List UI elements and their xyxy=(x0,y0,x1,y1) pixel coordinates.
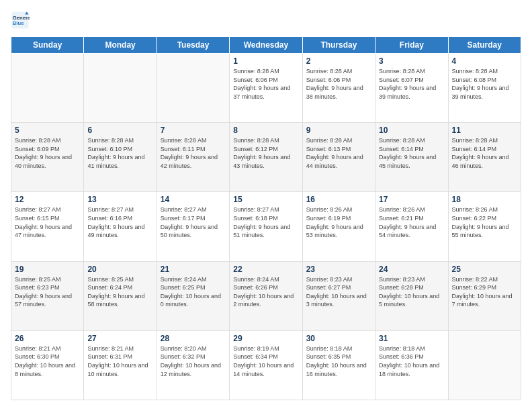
logo: General Blue xyxy=(11,11,32,30)
day-number: 3 xyxy=(379,56,444,66)
day-number: 4 xyxy=(452,56,517,66)
day-number: 30 xyxy=(306,334,371,343)
day-cell: 8Sunrise: 8:28 AM Sunset: 6:12 PM Daylig… xyxy=(230,123,302,192)
day-info: Sunrise: 8:28 AM Sunset: 6:06 PM Dayligh… xyxy=(306,67,371,101)
logo-icon: General Blue xyxy=(11,11,30,30)
day-number: 8 xyxy=(233,126,298,135)
day-number: 24 xyxy=(379,265,444,274)
day-info: Sunrise: 8:28 AM Sunset: 6:09 PM Dayligh… xyxy=(15,136,80,170)
day-number: 23 xyxy=(306,265,371,274)
day-cell: 23Sunrise: 8:23 AM Sunset: 6:27 PM Dayli… xyxy=(302,261,375,330)
day-cell: 17Sunrise: 8:26 AM Sunset: 6:21 PM Dayli… xyxy=(375,192,448,261)
col-header-sunday: Sunday xyxy=(11,37,84,54)
day-info: Sunrise: 8:23 AM Sunset: 6:28 PM Dayligh… xyxy=(379,275,444,309)
day-cell: 15Sunrise: 8:27 AM Sunset: 6:18 PM Dayli… xyxy=(230,192,302,261)
day-info: Sunrise: 8:18 AM Sunset: 6:36 PM Dayligh… xyxy=(379,345,444,378)
day-cell: 5Sunrise: 8:28 AM Sunset: 6:09 PM Daylig… xyxy=(11,123,84,192)
day-cell: 24Sunrise: 8:23 AM Sunset: 6:28 PM Dayli… xyxy=(375,261,448,330)
day-info: Sunrise: 8:27 AM Sunset: 6:15 PM Dayligh… xyxy=(15,205,80,239)
day-info: Sunrise: 8:19 AM Sunset: 6:34 PM Dayligh… xyxy=(233,345,298,378)
day-cell: 28Sunrise: 8:20 AM Sunset: 6:32 PM Dayli… xyxy=(157,330,229,400)
day-cell: 14Sunrise: 8:27 AM Sunset: 6:17 PM Dayli… xyxy=(157,192,229,261)
day-info: Sunrise: 8:27 AM Sunset: 6:16 PM Dayligh… xyxy=(87,205,152,239)
day-info: Sunrise: 8:25 AM Sunset: 6:24 PM Dayligh… xyxy=(87,275,152,309)
day-info: Sunrise: 8:26 AM Sunset: 6:22 PM Dayligh… xyxy=(452,205,517,239)
day-info: Sunrise: 8:18 AM Sunset: 6:35 PM Dayligh… xyxy=(306,345,371,378)
day-number: 6 xyxy=(87,126,152,135)
day-cell: 7Sunrise: 8:28 AM Sunset: 6:11 PM Daylig… xyxy=(157,123,229,192)
day-number: 21 xyxy=(161,265,226,274)
day-cell: 6Sunrise: 8:28 AM Sunset: 6:10 PM Daylig… xyxy=(84,123,157,192)
day-info: Sunrise: 8:28 AM Sunset: 6:10 PM Dayligh… xyxy=(87,136,152,170)
day-number: 17 xyxy=(379,195,444,204)
day-number: 29 xyxy=(233,334,298,343)
day-number: 25 xyxy=(452,265,517,274)
day-info: Sunrise: 8:28 AM Sunset: 6:14 PM Dayligh… xyxy=(379,136,444,170)
day-info: Sunrise: 8:26 AM Sunset: 6:19 PM Dayligh… xyxy=(306,205,371,239)
day-cell: 13Sunrise: 8:27 AM Sunset: 6:16 PM Dayli… xyxy=(84,192,157,261)
calendar-table: SundayMondayTuesdayWednesdayThursdayFrid… xyxy=(11,36,521,400)
day-number: 20 xyxy=(87,265,152,274)
col-header-wednesday: Wednesday xyxy=(230,37,302,54)
day-cell: 31Sunrise: 8:18 AM Sunset: 6:36 PM Dayli… xyxy=(375,330,448,400)
day-cell: 11Sunrise: 8:28 AM Sunset: 6:14 PM Dayli… xyxy=(448,123,521,192)
day-info: Sunrise: 8:27 AM Sunset: 6:18 PM Dayligh… xyxy=(233,205,298,239)
day-number: 13 xyxy=(87,195,152,204)
day-cell: 2Sunrise: 8:28 AM Sunset: 6:06 PM Daylig… xyxy=(302,54,375,123)
week-row-5: 26Sunrise: 8:21 AM Sunset: 6:30 PM Dayli… xyxy=(11,330,521,400)
day-info: Sunrise: 8:28 AM Sunset: 6:13 PM Dayligh… xyxy=(306,136,371,170)
day-number: 9 xyxy=(306,126,371,135)
day-cell: 16Sunrise: 8:26 AM Sunset: 6:19 PM Dayli… xyxy=(302,192,375,261)
day-info: Sunrise: 8:27 AM Sunset: 6:17 PM Dayligh… xyxy=(161,205,226,239)
day-info: Sunrise: 8:28 AM Sunset: 6:08 PM Dayligh… xyxy=(452,67,517,101)
day-cell: 18Sunrise: 8:26 AM Sunset: 6:22 PM Dayli… xyxy=(448,192,521,261)
day-cell xyxy=(84,54,157,123)
col-header-tuesday: Tuesday xyxy=(157,37,229,54)
day-number: 5 xyxy=(15,126,80,135)
header: General Blue xyxy=(11,11,521,30)
week-row-3: 12Sunrise: 8:27 AM Sunset: 6:15 PM Dayli… xyxy=(11,192,521,261)
day-number: 1 xyxy=(233,56,298,66)
day-info: Sunrise: 8:28 AM Sunset: 6:11 PM Dayligh… xyxy=(161,136,226,170)
day-info: Sunrise: 8:20 AM Sunset: 6:32 PM Dayligh… xyxy=(161,345,226,378)
day-cell: 27Sunrise: 8:21 AM Sunset: 6:31 PM Dayli… xyxy=(84,330,157,400)
day-number: 31 xyxy=(379,334,444,343)
day-cell: 20Sunrise: 8:25 AM Sunset: 6:24 PM Dayli… xyxy=(84,261,157,330)
day-cell: 26Sunrise: 8:21 AM Sunset: 6:30 PM Dayli… xyxy=(11,330,84,400)
day-cell: 19Sunrise: 8:25 AM Sunset: 6:23 PM Dayli… xyxy=(11,261,84,330)
day-info: Sunrise: 8:24 AM Sunset: 6:25 PM Dayligh… xyxy=(161,275,226,309)
svg-text:General: General xyxy=(13,15,30,21)
day-cell: 4Sunrise: 8:28 AM Sunset: 6:08 PM Daylig… xyxy=(448,54,521,123)
day-number: 7 xyxy=(161,126,226,135)
day-cell: 10Sunrise: 8:28 AM Sunset: 6:14 PM Dayli… xyxy=(375,123,448,192)
day-number: 28 xyxy=(161,334,226,343)
day-info: Sunrise: 8:21 AM Sunset: 6:31 PM Dayligh… xyxy=(87,345,152,378)
svg-text:Blue: Blue xyxy=(13,20,24,26)
day-info: Sunrise: 8:22 AM Sunset: 6:29 PM Dayligh… xyxy=(452,275,517,309)
day-cell: 9Sunrise: 8:28 AM Sunset: 6:13 PM Daylig… xyxy=(302,123,375,192)
day-info: Sunrise: 8:21 AM Sunset: 6:30 PM Dayligh… xyxy=(15,345,80,378)
day-cell xyxy=(157,54,229,123)
day-cell: 29Sunrise: 8:19 AM Sunset: 6:34 PM Dayli… xyxy=(230,330,302,400)
day-number: 15 xyxy=(233,195,298,204)
day-cell xyxy=(11,54,84,123)
day-cell: 12Sunrise: 8:27 AM Sunset: 6:15 PM Dayli… xyxy=(11,192,84,261)
col-header-friday: Friday xyxy=(375,37,448,54)
day-number: 27 xyxy=(87,334,152,343)
day-number: 22 xyxy=(233,265,298,274)
day-info: Sunrise: 8:28 AM Sunset: 6:12 PM Dayligh… xyxy=(233,136,298,170)
day-cell: 22Sunrise: 8:24 AM Sunset: 6:26 PM Dayli… xyxy=(230,261,302,330)
day-cell: 1Sunrise: 8:28 AM Sunset: 6:06 PM Daylig… xyxy=(230,54,302,123)
day-number: 14 xyxy=(161,195,226,204)
day-cell xyxy=(448,330,521,400)
week-row-1: 1Sunrise: 8:28 AM Sunset: 6:06 PM Daylig… xyxy=(11,54,521,123)
day-number: 18 xyxy=(452,195,517,204)
col-header-saturday: Saturday xyxy=(448,37,521,54)
day-info: Sunrise: 8:28 AM Sunset: 6:07 PM Dayligh… xyxy=(379,67,444,101)
day-number: 16 xyxy=(306,195,371,204)
day-info: Sunrise: 8:28 AM Sunset: 6:14 PM Dayligh… xyxy=(452,136,517,170)
day-number: 12 xyxy=(15,195,80,204)
day-number: 19 xyxy=(15,265,80,274)
day-cell: 21Sunrise: 8:24 AM Sunset: 6:25 PM Dayli… xyxy=(157,261,229,330)
day-info: Sunrise: 8:28 AM Sunset: 6:06 PM Dayligh… xyxy=(233,67,298,101)
